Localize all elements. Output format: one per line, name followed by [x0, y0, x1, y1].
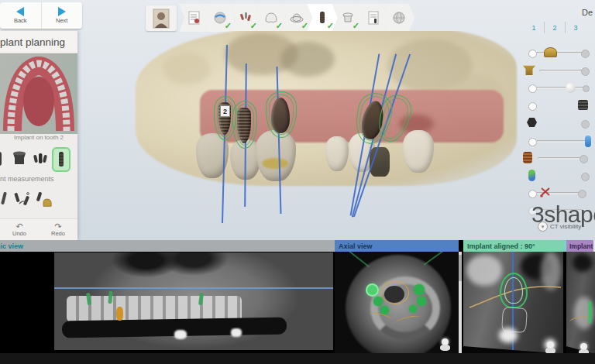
abutment-gold-icon[interactable]	[523, 64, 535, 75]
multi-implant-icon	[33, 150, 48, 169]
scan-slider-handle[interactable]	[566, 83, 576, 93]
orange-contour-ring	[381, 281, 409, 304]
next-button[interactable]: Next	[41, 2, 83, 29]
next-arrow-icon	[58, 7, 66, 16]
slider-ct	[518, 135, 595, 149]
ct-slider-track[interactable]	[536, 140, 589, 143]
ct-slider-handle[interactable]	[585, 136, 591, 147]
implant-dot	[373, 297, 383, 306]
back-button[interactable]: Back	[0, 2, 41, 29]
tooth	[256, 130, 296, 181]
crown-icon	[263, 10, 279, 26]
abutment-slider-handle[interactable]	[581, 67, 590, 76]
implant-aligned-header[interactable]: Implant aligned : 90°	[463, 240, 563, 252]
panoramic-xray-image[interactable]	[54, 252, 333, 350]
axial-title: Axial view	[339, 242, 373, 250]
dental-arch-thumbnail[interactable]	[0, 53, 77, 134]
bottom-black-strip	[0, 353, 595, 364]
single-implant-button[interactable]	[52, 147, 71, 172]
capsule-green-blue-icon[interactable]	[528, 170, 535, 181]
selected-implant-dot[interactable]	[367, 285, 377, 295]
layout-tab-3[interactable]: 3	[565, 22, 586, 33]
bone-highlight	[574, 297, 594, 329]
panoramic-title: Panoramic view	[0, 242, 23, 250]
step-order-form[interactable]	[179, 4, 210, 32]
export-globe-icon	[391, 10, 407, 26]
implant-aligned-ct-image[interactable]	[463, 252, 563, 364]
patient-photo-button[interactable]	[146, 5, 177, 31]
implant-caption: Implant on tooth 2	[0, 134, 77, 141]
implant-dot	[417, 297, 426, 306]
implant-dark-icon[interactable]	[578, 100, 588, 110]
undo-button[interactable]: ↶ Undo	[0, 219, 39, 241]
layout-tab-2[interactable]: 2	[544, 22, 565, 33]
panoramic-slice-line[interactable]	[54, 287, 333, 289]
orientation-figure-icon	[442, 338, 449, 345]
implant-number-label: 2	[220, 105, 230, 117]
implant-aligned2-header[interactable]: Implant aligned	[566, 240, 595, 252]
aligned-title: Implant aligned : 90°	[467, 242, 535, 250]
crown-slider-handle[interactable]	[581, 50, 590, 58]
back-arrow-icon	[16, 7, 24, 16]
slider-cut	[518, 187, 595, 201]
cut-visibility-radio[interactable]	[528, 190, 537, 198]
bone-blotch	[280, 42, 335, 77]
tooth	[403, 130, 434, 173]
ct-visibility-radio[interactable]	[528, 138, 537, 146]
axis-trace-line	[348, 252, 370, 267]
multi-implant-button[interactable]	[31, 147, 50, 172]
reference-markers-icon	[238, 10, 253, 26]
redo-button[interactable]: ↷ Redo	[39, 219, 77, 241]
hex-slider-handle[interactable]	[581, 120, 590, 129]
patient-photo-icon	[151, 9, 171, 29]
copper-slider-track[interactable]	[538, 157, 583, 160]
measurements-section-title: Implant measurements	[0, 173, 77, 184]
panoramic-view-header[interactable]: Panoramic view	[0, 240, 335, 252]
crown-visibility-radio[interactable]	[528, 50, 537, 58]
implant-visibility-radio[interactable]	[528, 102, 537, 111]
measurement-tools-row	[0, 187, 53, 212]
implant-copper-icon[interactable]	[523, 152, 532, 163]
implant-outline-green	[500, 273, 528, 308]
workflow-toolbar	[184, 4, 414, 32]
back-label: Back	[14, 17, 27, 24]
measure-icon	[0, 190, 9, 210]
implant-selected-icon	[56, 150, 67, 169]
slider-crown	[518, 46, 595, 60]
orientation-figure-icon	[547, 342, 554, 349]
gold-band	[262, 158, 288, 169]
implant-overlay-mark	[86, 293, 91, 306]
aligned2-title: Implant aligned	[569, 242, 595, 250]
measure-button[interactable]	[0, 187, 11, 212]
order-form-icon	[187, 10, 202, 26]
scan-visibility-radio[interactable]	[528, 84, 537, 93]
copper-slider-handle[interactable]	[580, 155, 588, 163]
scan-slider-track[interactable]	[536, 87, 586, 89]
axial-scrollbar-thumb[interactable]	[459, 255, 462, 281]
implant-library-button[interactable]	[0, 147, 8, 172]
angle-measure-button[interactable]	[13, 187, 32, 212]
axial-view-header[interactable]: Axial view	[335, 240, 459, 252]
slider-abutment	[518, 64, 595, 78]
layout-tab-1[interactable]: 1	[524, 22, 544, 33]
cut-slider-handle[interactable]	[578, 190, 586, 198]
slider-copper	[518, 152, 595, 166]
axial-ct-image[interactable]	[335, 252, 459, 364]
axial-scrollbar[interactable]	[459, 252, 462, 364]
abutment-slider-track[interactable]	[539, 70, 586, 72]
scan-slider-end	[583, 85, 590, 92]
slider-scan	[518, 81, 595, 95]
implant-crown-measure-button[interactable]	[34, 187, 53, 212]
implant-aligned2-ct-image[interactable]	[566, 252, 595, 364]
crown-gold-icon[interactable]	[544, 47, 557, 57]
scissors-red-icon[interactable]	[539, 187, 552, 197]
hex-dark-icon[interactable]	[527, 118, 537, 127]
abutment-icon	[12, 150, 27, 169]
tooth	[325, 136, 349, 171]
abutment-tool-button[interactable]	[10, 147, 29, 172]
orientation-figure-icon	[580, 343, 587, 350]
capsule-slider-handle[interactable]	[581, 173, 590, 181]
implant-dot	[414, 284, 425, 295]
ct-visibility-toggle[interactable]: ▾ CT visibility	[538, 221, 581, 232]
implant-planning-panel: Implant planning Implant on tooth 2	[0, 31, 77, 240]
